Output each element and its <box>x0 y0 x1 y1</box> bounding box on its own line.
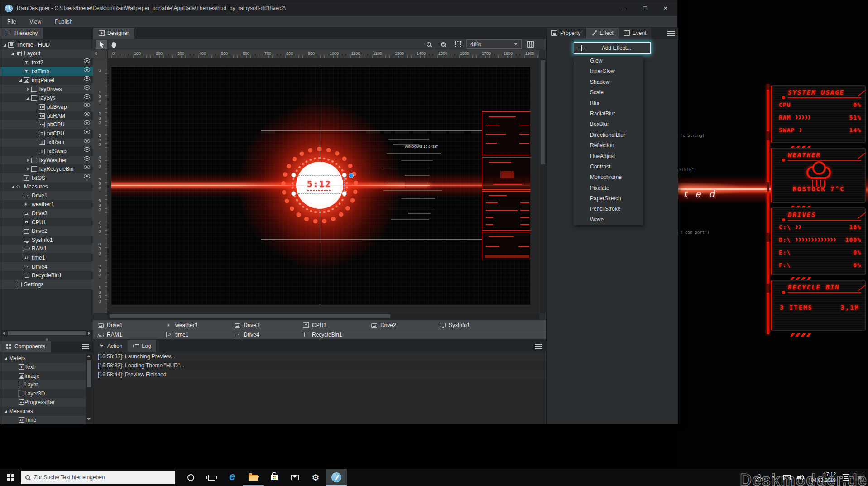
expanded-arrow-icon[interactable] <box>3 356 9 361</box>
visibility-eye-icon[interactable] <box>84 94 90 99</box>
component-layer[interactable]: Layer <box>0 380 86 390</box>
measure-chip-time1[interactable]: time1 <box>162 332 230 338</box>
expanded-arrow-icon[interactable] <box>10 184 16 189</box>
minimize-button[interactable]: – <box>614 0 635 16</box>
visibility-eye-icon[interactable] <box>84 156 90 161</box>
tree-item-pbram[interactable]: pbRAM <box>0 111 93 120</box>
components-group-meters[interactable]: Meters <box>0 354 86 363</box>
tree-item-theme-hud[interactable]: Theme - HUD <box>0 40 93 49</box>
effect-option-monochrome[interactable]: Monochrome <box>574 172 643 183</box>
tree-item-cpu1[interactable]: CPU1 <box>0 218 93 227</box>
tree-item-layout[interactable]: Layout <box>0 49 93 58</box>
selection-handle-se[interactable] <box>342 191 347 196</box>
tree-item-text2[interactable]: text2 <box>0 58 93 67</box>
visibility-eye-icon[interactable] <box>84 120 90 125</box>
network-button[interactable] <box>783 473 791 481</box>
effect-option-boxblur[interactable]: BoxBlur <box>574 119 643 130</box>
tree-item-drive1[interactable]: Drive1 <box>0 191 93 200</box>
effect-option-shadow[interactable]: Shadow <box>574 77 643 87</box>
expanded-arrow-icon[interactable] <box>3 409 9 414</box>
component-layer3d[interactable]: Layer3D <box>0 389 86 398</box>
expanded-arrow-icon[interactable] <box>2 42 8 48</box>
select-tool-button[interactable] <box>96 40 107 49</box>
selection-handle-sw[interactable] <box>291 191 296 196</box>
wallpaper-canvas[interactable]: WINDOWS 10 64BIT <box>111 67 530 305</box>
log-menu-icon[interactable] <box>535 344 542 349</box>
maximize-button[interactable]: □ <box>635 0 655 16</box>
tree-item-settings[interactable]: Settings <box>0 280 93 289</box>
components-menu-icon[interactable] <box>82 344 89 349</box>
measure-chip-drive1[interactable]: Drive1 <box>93 322 162 328</box>
effect-option-scale[interactable]: Scale <box>574 87 643 98</box>
panel-splitter[interactable] <box>46 338 48 341</box>
measure-chip-weather1[interactable]: weather1 <box>162 322 230 328</box>
rainwallpaper-button[interactable] <box>326 469 347 486</box>
close-button[interactable]: × <box>655 0 676 16</box>
tree-item-laysys[interactable]: laySys <box>0 94 93 103</box>
tab-action[interactable]: Action <box>93 340 128 352</box>
visibility-eye-icon[interactable] <box>84 67 90 72</box>
measure-chip-recyclebin1[interactable]: RecycleBin1 <box>298 332 367 338</box>
tree-item-imgpanel[interactable]: imgPanel <box>0 76 93 85</box>
pan-tool-button[interactable] <box>108 40 120 49</box>
visibility-eye-icon[interactable] <box>84 147 90 152</box>
tree-item-ram1[interactable]: RAM1 <box>0 245 93 254</box>
effect-option-papersketch[interactable]: PaperSketch <box>574 193 643 204</box>
components-tab[interactable]: Components <box>0 341 51 352</box>
tree-item-layweather[interactable]: layWeather <box>0 156 93 165</box>
selection-handle-nw[interactable] <box>291 173 296 178</box>
zoom-level-dropdown[interactable]: 48% <box>466 39 522 49</box>
tree-item-txtswap[interactable]: txtSwap <box>0 147 93 156</box>
collapsed-arrow-icon[interactable] <box>25 166 31 172</box>
effect-option-directionalblur[interactable]: DirectionalBlur <box>574 130 643 140</box>
tree-item-txtos[interactable]: txtOS <box>0 173 93 183</box>
measure-chip-drive3[interactable]: Drive3 <box>230 322 298 328</box>
canvas-hscrollbar[interactable] <box>108 313 539 319</box>
hscroll-thumb[interactable] <box>8 331 86 335</box>
collapsed-arrow-icon[interactable] <box>25 87 31 92</box>
expanded-arrow-icon[interactable] <box>10 51 16 56</box>
vscroll-thumb[interactable] <box>87 360 91 387</box>
mail-button[interactable] <box>284 469 305 486</box>
measure-chip-sysinfo1[interactable]: SysInfo1 <box>435 322 504 328</box>
tree-item-weather1[interactable]: weather1 <box>0 200 93 209</box>
tree-item-drive3[interactable]: Drive3 <box>0 209 93 218</box>
tab-property[interactable]: Property <box>547 28 586 39</box>
people-button[interactable] <box>755 473 763 481</box>
tree-item-drive2[interactable]: Drive2 <box>0 226 93 236</box>
store-button[interactable] <box>264 469 284 486</box>
tree-item-drive4[interactable]: Drive4 <box>0 262 93 271</box>
canvas-viewport[interactable]: WINDOWS 10 64BIT <box>108 58 539 313</box>
tree-item-layrecyclebin[interactable]: layRecycleBin <box>0 164 93 173</box>
edge-button[interactable]: e <box>222 469 243 486</box>
visibility-eye-icon[interactable] <box>84 139 90 143</box>
component-image[interactable]: Image <box>0 371 86 380</box>
hierarchy-tab[interactable]: Hierarchy <box>0 28 43 39</box>
effect-option-contrast[interactable]: Contrast <box>574 162 643 172</box>
scroll-right-icon[interactable] <box>86 330 92 336</box>
menu-file[interactable]: File <box>0 16 23 28</box>
effect-option-pencilstroke[interactable]: PencilStroke <box>574 204 643 214</box>
show-hidden-icons-button[interactable]: ^ <box>769 473 777 481</box>
tab-log[interactable]: Log <box>128 340 156 352</box>
tree-item-measures[interactable]: Measures <box>0 183 93 192</box>
effect-option-innerglow[interactable]: InnerGlow <box>574 66 643 77</box>
effect-option-reflection[interactable]: Reflection <box>574 140 643 151</box>
task-view-button[interactable] <box>201 469 222 486</box>
zoom-in-button[interactable]: + <box>423 39 435 49</box>
visibility-eye-icon[interactable] <box>84 103 90 107</box>
canvas-vscroll-thumb[interactable] <box>541 60 545 164</box>
expanded-arrow-icon[interactable] <box>18 77 24 83</box>
tab-effect[interactable]: Effect <box>586 28 619 39</box>
tab-event[interactable]: Event <box>619 28 652 39</box>
right-menu-icon[interactable] <box>667 31 675 36</box>
component-text[interactable]: Text <box>0 363 86 372</box>
start-button[interactable] <box>0 469 21 486</box>
canvas-vscrollbar[interactable] <box>540 58 546 313</box>
tree-item-recyclebin1[interactable]: RecycleBin1 <box>0 271 93 280</box>
file-explorer-button[interactable] <box>243 469 264 486</box>
menu-publish[interactable]: Publish <box>48 16 79 28</box>
cortana-button[interactable] <box>180 469 201 486</box>
search-input[interactable]: Zur Suche Text hier eingeben <box>21 471 175 484</box>
scroll-left-icon[interactable] <box>1 330 7 336</box>
